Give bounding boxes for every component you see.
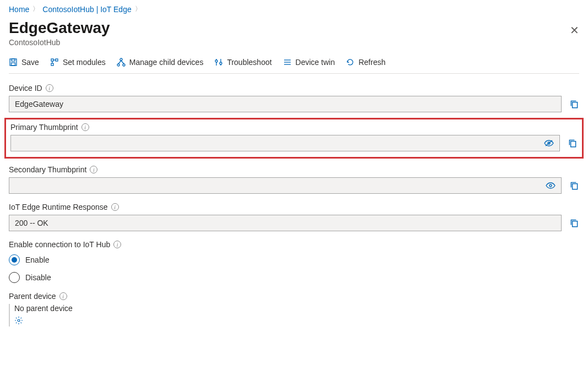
secondary-thumbprint-label: Secondary Thumbprint [9, 165, 86, 174]
primary-thumbprint-field: Primary Thumbprint i [10, 123, 578, 151]
svg-rect-2 [12, 63, 15, 66]
enable-connection-field: Enable connection to IoT Hub i Enable Di… [9, 240, 579, 283]
svg-rect-25 [573, 184, 578, 189]
troubleshoot-icon [214, 58, 223, 67]
radio-enable-label: Enable [25, 255, 50, 264]
info-icon[interactable]: i [90, 166, 97, 173]
list-icon [283, 58, 292, 67]
info-icon[interactable]: i [59, 292, 67, 300]
svg-point-15 [215, 60, 217, 62]
svg-point-27 [18, 319, 20, 322]
copy-icon[interactable] [568, 138, 578, 148]
refresh-icon [346, 58, 355, 67]
svg-rect-1 [12, 59, 15, 61]
chevron-right-icon: 〉 [32, 4, 39, 14]
svg-line-12 [121, 61, 124, 64]
set-modules-button[interactable]: Set modules [50, 58, 106, 67]
copy-icon[interactable] [569, 181, 579, 190]
breadcrumb-hub[interactable]: ContosoIotHub | IoT Edge [42, 5, 131, 14]
set-modules-label: Set modules [63, 58, 106, 67]
svg-point-24 [549, 184, 552, 187]
troubleshoot-label: Troubleshoot [227, 58, 271, 67]
runtime-response-value: 200 -- OK [15, 219, 48, 227]
info-icon[interactable]: i [113, 241, 121, 248]
manage-child-button[interactable]: Manage child devices [117, 58, 204, 67]
troubleshoot-button[interactable]: Troubleshoot [214, 58, 271, 67]
save-icon [9, 58, 18, 67]
svg-rect-20 [573, 102, 578, 108]
svg-point-10 [123, 64, 125, 66]
info-icon[interactable]: i [81, 123, 89, 131]
secondary-thumbprint-field: Secondary Thumbprint i [9, 165, 579, 194]
device-id-field: Device ID i EdgeGateway [9, 84, 579, 112]
svg-rect-4 [56, 59, 58, 61]
primary-thumbprint-highlight: Primary Thumbprint i [4, 118, 584, 159]
primary-thumbprint-label: Primary Thumbprint [10, 123, 78, 132]
svg-rect-3 [51, 59, 53, 61]
radio-enable[interactable]: Enable [9, 254, 579, 265]
runtime-response-label: IoT Edge Runtime Response [9, 203, 108, 211]
radio-disable-label: Disable [25, 273, 51, 282]
device-id-input[interactable]: EdgeGateway [9, 96, 562, 112]
page-subtitle: ContosoIotHub [9, 38, 110, 47]
page-title: EdgeGateway [9, 19, 110, 37]
refresh-label: Refresh [358, 58, 385, 67]
gear-icon[interactable] [14, 316, 23, 325]
radio-circle-icon [9, 254, 20, 265]
device-twin-button[interactable]: Device twin [283, 58, 335, 67]
runtime-response-field: IoT Edge Runtime Response i 200 -- OK [9, 203, 579, 231]
parent-device-label: Parent device [9, 292, 56, 301]
svg-rect-5 [51, 63, 53, 66]
close-icon[interactable]: ✕ [570, 24, 579, 37]
device-id-label: Device ID [9, 84, 42, 92]
device-id-value: EdgeGateway [15, 100, 63, 108]
info-icon[interactable]: i [46, 84, 53, 92]
copy-icon[interactable] [569, 99, 579, 109]
modules-icon [50, 58, 59, 67]
svg-line-11 [118, 61, 121, 64]
svg-rect-0 [10, 59, 17, 66]
secondary-thumbprint-input[interactable] [9, 177, 562, 194]
refresh-button[interactable]: Refresh [346, 58, 385, 67]
toolbar: Save Set modules Manage child devices Tr… [9, 55, 579, 74]
info-icon[interactable]: i [111, 203, 119, 211]
save-button[interactable]: Save [9, 58, 39, 67]
enable-connection-label: Enable connection to IoT Hub [9, 240, 110, 249]
save-label: Save [21, 58, 39, 67]
runtime-response-input[interactable]: 200 -- OK [9, 215, 562, 231]
breadcrumb: Home 〉 ContosoIotHub | IoT Edge 〉 [9, 4, 579, 14]
parent-device-field: Parent device i No parent device [9, 292, 579, 326]
primary-thumbprint-input[interactable] [10, 135, 560, 151]
svg-point-8 [120, 58, 122, 61]
svg-rect-26 [573, 221, 578, 227]
chevron-right-icon: 〉 [135, 4, 141, 14]
eye-icon[interactable] [546, 182, 556, 189]
svg-point-16 [220, 62, 222, 64]
svg-rect-23 [571, 141, 576, 147]
parent-device-value: No parent device [14, 304, 579, 313]
svg-point-9 [117, 64, 119, 66]
hierarchy-icon [117, 58, 126, 67]
breadcrumb-home[interactable]: Home [9, 5, 29, 14]
radio-disable[interactable]: Disable [9, 272, 579, 283]
manage-child-label: Manage child devices [129, 58, 204, 67]
copy-icon[interactable] [569, 218, 579, 228]
radio-circle-icon [9, 272, 20, 283]
eye-hidden-icon[interactable] [544, 139, 554, 147]
device-twin-label: Device twin [296, 58, 335, 67]
